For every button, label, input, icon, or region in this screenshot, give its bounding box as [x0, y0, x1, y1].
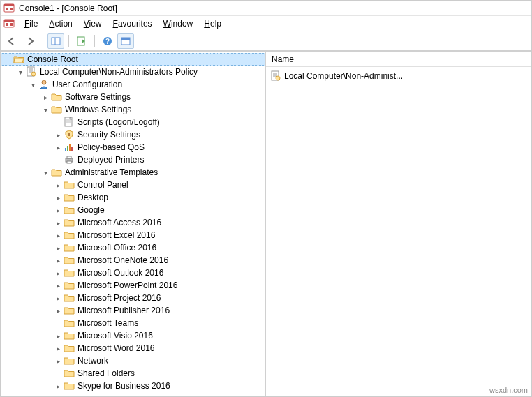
expand-icon[interactable]: ▸: [54, 206, 62, 214]
tree-item[interactable]: ▸Microsoft Publisher 2016: [51, 304, 265, 317]
folder-icon: [51, 167, 62, 178]
menu-favourites[interactable]: Favourites: [108, 17, 158, 30]
expand-icon[interactable]: ▸: [54, 331, 62, 340]
tree-item[interactable]: ▸Software Settings: [38, 91, 265, 103]
expand-icon[interactable]: ▸: [54, 281, 62, 290]
tree-item-label: Skype for Business 2016: [76, 381, 172, 391]
window-title: Console1 - [Console Root]: [19, 3, 117, 13]
folder-icon: [64, 217, 75, 228]
forward-button[interactable]: [22, 33, 38, 49]
tree-item[interactable]: ▸Microsoft Word 2016: [51, 342, 265, 354]
back-button[interactable]: [3, 33, 20, 49]
tree-item[interactable]: ▸Microsoft OneNote 2016: [51, 254, 265, 267]
tree-item[interactable]: ▸Microsoft Project 2016: [51, 292, 265, 304]
expand-icon[interactable]: ▸: [54, 193, 62, 202]
tree-item-label: Microsoft PowerPoint 2016: [76, 280, 179, 290]
tree-item-label: Google: [76, 205, 106, 215]
tree-item[interactable]: ▸Microsoft Outlook 2016: [51, 267, 265, 279]
expand-icon[interactable]: ▸: [41, 93, 50, 101]
tree-item[interactable]: Scripts (Logon/Logoff): [51, 116, 265, 128]
tree-pane[interactable]: Console Root▾Local Computer\Non-Administ…: [1, 52, 266, 396]
tree-item-label: Microsoft Access 2016: [76, 218, 163, 227]
expand-icon[interactable]: ▸: [54, 382, 62, 390]
tree-item[interactable]: ▾Windows Settings: [38, 103, 265, 116]
tree-item[interactable]: ▸Microsoft Visio 2016: [51, 329, 265, 342]
collapse-icon[interactable]: ▾: [41, 168, 50, 177]
tree-item-label: Microsoft Teams: [76, 318, 140, 328]
tree-item[interactable]: ▸Microsoft PowerPoint 2016: [51, 279, 265, 292]
tree-item-label: Policy-based QoS: [76, 142, 146, 152]
tree-item-label: Windows Settings: [64, 105, 133, 114]
folder-open-icon: [13, 54, 24, 65]
menu-action[interactable]: Action: [43, 17, 77, 30]
list-body[interactable]: Local Computer\Non-Administ...: [266, 67, 531, 396]
tree-item[interactable]: ▸Microsoft Office 2016: [51, 241, 265, 254]
mmc-icon: [3, 3, 15, 14]
tree-item[interactable]: ▸Microsoft Excel 2016: [51, 229, 265, 241]
tree-item[interactable]: ▸Control Panel: [51, 179, 265, 191]
tree-item-label: Microsoft Visio 2016: [76, 331, 154, 340]
toolbar: [1, 31, 531, 51]
menu-window[interactable]: Window: [158, 17, 199, 30]
policy-icon: [270, 70, 281, 82]
menu-help[interactable]: Help: [198, 17, 227, 30]
menu-view[interactable]: View: [78, 17, 108, 30]
folder-icon: [64, 317, 75, 329]
expand-icon[interactable]: ▸: [54, 306, 62, 315]
tree-item[interactable]: ▸Skype for Business 2016: [51, 380, 265, 392]
expand-icon[interactable]: ▸: [54, 294, 62, 302]
tree-item-label: Microsoft Project 2016: [76, 293, 162, 303]
tree-item[interactable]: ▸Network: [51, 354, 265, 367]
tree-item-label: Administrative Templates: [64, 167, 159, 177]
collapse-icon[interactable]: ▾: [16, 68, 24, 76]
list-item[interactable]: Local Computer\Non-Administ...: [270, 70, 527, 82]
collapse-icon[interactable]: ▾: [41, 105, 50, 114]
tree-item[interactable]: ▸Google: [51, 204, 265, 216]
tree-item-label: Microsoft OneNote 2016: [76, 255, 170, 265]
tree-item[interactable]: ▸Microsoft Access 2016: [51, 216, 265, 229]
shield-icon: [64, 129, 75, 140]
tree-item[interactable]: Deployed Printers: [51, 153, 265, 166]
expand-icon[interactable]: ▸: [54, 130, 62, 139]
help-button[interactable]: [99, 33, 116, 49]
folder-icon: [64, 305, 75, 316]
expand-icon[interactable]: ▸: [54, 269, 62, 277]
list-header-name[interactable]: Name: [266, 52, 531, 67]
tree-item[interactable]: ▸Policy-based QoS: [51, 141, 265, 153]
tree-item[interactable]: Microsoft Teams: [51, 317, 265, 329]
tree-item[interactable]: ▾Local Computer\Non-Administrators Polic…: [13, 66, 265, 78]
folder-icon: [64, 355, 75, 366]
show-hide-tree-button[interactable]: [47, 33, 64, 49]
tree-item-root[interactable]: Console Root: [1, 53, 265, 66]
main-content: Console Root▾Local Computer\Non-Administ…: [1, 51, 531, 396]
new-window-button[interactable]: [117, 33, 134, 49]
expand-icon[interactable]: ▸: [54, 244, 62, 252]
folder-icon: [64, 255, 75, 266]
folder-icon: [64, 242, 75, 253]
expand-icon[interactable]: ▸: [54, 256, 62, 264]
tree-item[interactable]: ▾Administrative Templates: [38, 166, 265, 179]
title-bar: Console1 - [Console Root]: [1, 1, 531, 16]
expand-icon[interactable]: ▸: [54, 231, 62, 239]
tree-item-label: Deployed Printers: [76, 155, 145, 165]
folder-icon: [51, 104, 62, 115]
export-list-button[interactable]: [73, 33, 90, 49]
expand-icon[interactable]: ▸: [54, 218, 62, 227]
folder-icon: [64, 204, 75, 216]
list-pane: Name Local Computer\Non-Administ...: [266, 52, 531, 396]
tree-item[interactable]: ▾User Configuration: [26, 78, 265, 91]
tree-item-label: Security Settings: [76, 130, 142, 140]
tree-item-label: Control Panel: [76, 180, 130, 190]
expand-icon[interactable]: ▸: [54, 181, 62, 189]
menu-file[interactable]: File: [19, 17, 43, 30]
expand-icon[interactable]: ▸: [54, 344, 62, 352]
toolbar-separator: [94, 35, 95, 47]
tree-item[interactable]: Shared Folders: [51, 367, 265, 380]
folder-icon: [64, 330, 75, 341]
toolbar-separator: [68, 35, 69, 47]
tree-item[interactable]: ▸Desktop: [51, 191, 265, 204]
tree-item[interactable]: ▸Security Settings: [51, 128, 265, 141]
collapse-icon[interactable]: ▾: [29, 80, 37, 89]
expand-icon[interactable]: ▸: [54, 143, 62, 151]
expand-icon[interactable]: ▸: [54, 357, 62, 365]
